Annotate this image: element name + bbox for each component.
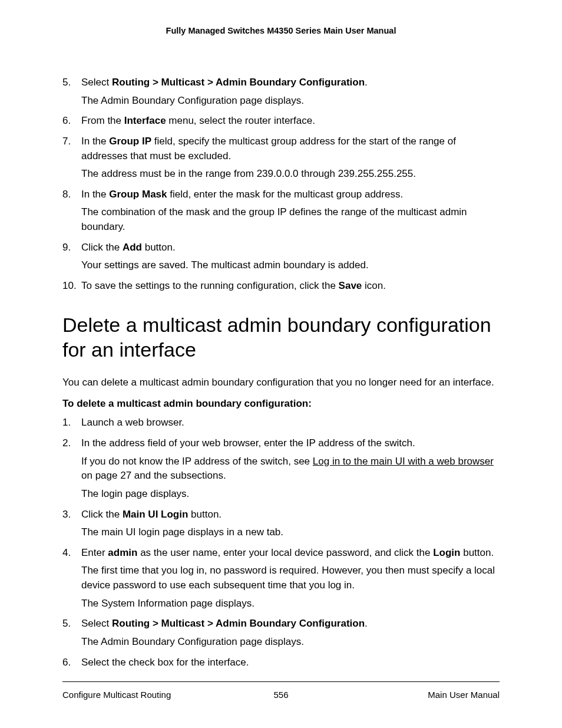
- step-b2: 2. In the address field of your web brow…: [62, 436, 500, 502]
- step-number: 6.: [62, 655, 71, 670]
- steps-block-top: 5. Select Routing > Multicast > Admin Bo…: [62, 75, 500, 294]
- section-intro: You can delete a multicast admin boundar…: [62, 375, 500, 390]
- step-9: 9. Click the Add button. Your settings a…: [62, 241, 500, 273]
- step-7: 7. In the Group IP field, specify the mu…: [62, 134, 500, 182]
- step-number: 5.: [62, 617, 71, 631]
- step-number: 5.: [62, 75, 71, 90]
- step-number: 2.: [62, 436, 71, 451]
- footer-rule: [62, 681, 500, 682]
- step-10: 10. To save the settings to the running …: [62, 279, 500, 294]
- step-b1: 1. Launch a web browser.: [62, 416, 500, 430]
- step-number: 1.: [62, 416, 71, 430]
- procedure-subhead: To delete a multicast admin boundary con…: [62, 398, 500, 410]
- steps-block-bottom: 1. Launch a web browser. 2. In the addre…: [62, 416, 500, 670]
- step-b5: 5. Select Routing > Multicast > Admin Bo…: [62, 617, 500, 649]
- step-b4: 4. Enter admin as the user name, enter y…: [62, 546, 500, 611]
- step-5: 5. Select Routing > Multicast > Admin Bo…: [62, 75, 500, 108]
- document-page: Fully Managed Switches M4350 Series Main…: [0, 0, 562, 728]
- step-b6: 6. Select the check box for the interfac…: [62, 655, 500, 670]
- step-number: 8.: [62, 187, 71, 202]
- page-footer: Configure Multicast Routing 556 Main Use…: [62, 690, 500, 700]
- step-number: 7.: [62, 134, 71, 149]
- step-6: 6. From the Interface menu, select the r…: [62, 114, 500, 129]
- step-number: 9.: [62, 241, 71, 255]
- step-number: 10.: [62, 279, 77, 294]
- link-login-main-ui[interactable]: Log in to the main UI with a web browser: [313, 456, 494, 467]
- step-b3: 3. Click the Main UI Login button. The m…: [62, 508, 500, 540]
- running-header: Fully Managed Switches M4350 Series Main…: [62, 26, 500, 35]
- step-8: 8. In the Group Mask field, enter the ma…: [62, 187, 500, 235]
- footer-page-number: 556: [62, 690, 500, 700]
- step-number: 4.: [62, 546, 71, 561]
- step-number: 3.: [62, 508, 71, 522]
- section-heading: Delete a multicast admin boundary config…: [62, 312, 500, 363]
- step-number: 6.: [62, 114, 71, 129]
